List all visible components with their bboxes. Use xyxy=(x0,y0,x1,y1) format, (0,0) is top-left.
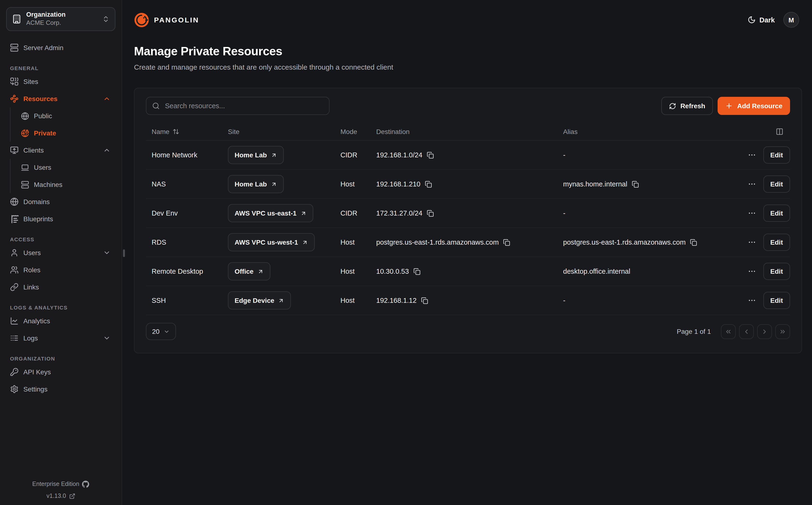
copy-icon[interactable] xyxy=(690,239,697,246)
copy-icon[interactable] xyxy=(413,268,420,275)
first-page-button[interactable] xyxy=(721,324,736,339)
sidebar-item-label: Private xyxy=(34,129,56,137)
row-menu-button[interactable] xyxy=(747,208,757,218)
site-link-button[interactable]: AWS VPC us-west-1 xyxy=(228,233,315,251)
users-icon xyxy=(10,266,19,274)
theme-toggle-label: Dark xyxy=(760,16,775,24)
row-menu-button[interactable] xyxy=(747,179,757,189)
arrow-up-right-icon xyxy=(257,268,263,275)
table-row: Dev Env AWS VPC us-east-1 CIDR 172.31.27… xyxy=(146,199,790,228)
row-menu-button[interactable] xyxy=(747,295,757,306)
previous-page-button[interactable] xyxy=(739,324,754,339)
copy-icon[interactable] xyxy=(425,180,432,188)
sidebar-item-label: Blueprints xyxy=(23,215,53,223)
sidebar-item-resources[interactable]: Resources xyxy=(6,90,116,107)
column-visibility-button[interactable] xyxy=(738,128,790,135)
sidebar-item-api-keys[interactable]: API Keys xyxy=(6,363,116,380)
sidebar-item-logs[interactable]: Logs xyxy=(6,330,116,347)
resource-mode: Host xyxy=(341,180,376,188)
server-icon xyxy=(21,180,29,189)
sidebar-item-machines[interactable]: Machines xyxy=(10,176,116,193)
table-row: NAS Home Lab Host 192.168.1.210 mynas.ho… xyxy=(146,170,790,199)
copy-icon[interactable] xyxy=(427,210,434,217)
sidebar-item-server-admin[interactable]: Server Admin xyxy=(6,39,116,56)
globe-icon xyxy=(21,112,29,120)
version-label: v1.13.0 xyxy=(46,493,66,499)
sidebar-item-clients[interactable]: Clients xyxy=(6,142,116,159)
search-box[interactable] xyxy=(146,97,330,115)
section-label-logs-analytics: LOGS & ANALYTICS xyxy=(6,305,116,310)
edit-button[interactable]: Edit xyxy=(763,146,790,164)
table-toolbar: Refresh Add Resource xyxy=(146,97,790,115)
column-header-site: Site xyxy=(228,128,341,135)
site-name: AWS VPC us-east-1 xyxy=(235,209,296,217)
resource-mode: Host xyxy=(341,297,376,304)
sidebar-item-domains[interactable]: Domains xyxy=(6,193,116,210)
copy-icon[interactable] xyxy=(631,180,639,188)
sidebar-item-analytics[interactable]: Analytics xyxy=(6,312,116,330)
site-link-button[interactable]: Home Lab xyxy=(228,175,283,193)
page-subtitle: Create and manage resources that are onl… xyxy=(134,63,799,71)
edition-label: Enterprise Edition xyxy=(32,481,79,487)
row-menu-button[interactable] xyxy=(747,150,757,160)
pangolin-logo-icon xyxy=(134,12,149,27)
site-link-button[interactable]: AWS VPC us-east-1 xyxy=(228,204,313,222)
sidebar-item-public[interactable]: Public xyxy=(10,107,116,125)
edit-button[interactable]: Edit xyxy=(763,175,790,193)
sidebar-item-private[interactable]: Private xyxy=(10,125,116,142)
chevron-down-icon xyxy=(103,249,111,257)
arrow-up-right-icon xyxy=(270,152,277,158)
edit-button[interactable]: Edit xyxy=(763,205,790,222)
edit-button[interactable]: Edit xyxy=(763,263,790,280)
sidebar-item-blueprints[interactable]: Blueprints xyxy=(6,210,116,227)
key-icon xyxy=(10,368,19,376)
edition-link[interactable]: Enterprise Edition xyxy=(0,481,122,488)
receipt-icon xyxy=(10,214,19,223)
ellipsis-icon xyxy=(747,238,756,246)
copy-icon[interactable] xyxy=(503,239,510,246)
sidebar: Organization ACME Corp. Server Admin GEN… xyxy=(0,0,122,505)
site-name: Office xyxy=(235,268,253,275)
sidebar-item-users[interactable]: Users xyxy=(6,244,116,261)
sidebar-item-settings[interactable]: Settings xyxy=(6,380,116,398)
theme-toggle[interactable]: Dark xyxy=(748,16,775,24)
user-avatar[interactable]: M xyxy=(783,12,799,28)
org-selector[interactable]: Organization ACME Corp. xyxy=(6,7,116,31)
next-page-button[interactable] xyxy=(757,324,772,339)
resource-destination: 172.31.27.0/24 xyxy=(376,209,422,217)
sidebar-item-label: Clients xyxy=(23,146,44,154)
site-link-button[interactable]: Home Lab xyxy=(228,146,283,164)
resource-destination: postgres.us-east-1.rds.amazonaws.com xyxy=(376,238,499,246)
sidebar-item-links[interactable]: Links xyxy=(6,279,116,296)
row-menu-button[interactable] xyxy=(747,266,757,277)
sidebar-item-label: Users xyxy=(23,249,41,257)
last-page-button[interactable] xyxy=(775,324,790,339)
site-link-button[interactable]: Office xyxy=(228,262,270,281)
search-input[interactable] xyxy=(164,102,323,110)
chevron-up-icon xyxy=(103,146,111,154)
column-header-name[interactable]: Name xyxy=(152,128,228,135)
monitor-up-icon xyxy=(10,146,19,155)
edit-button[interactable]: Edit xyxy=(763,292,790,309)
page-size-select[interactable]: 20 xyxy=(146,323,176,340)
copy-icon[interactable] xyxy=(427,151,434,159)
edit-button[interactable]: Edit xyxy=(763,234,790,251)
github-icon xyxy=(82,481,89,488)
sidebar-item-label: Server Admin xyxy=(23,44,63,51)
ellipsis-icon xyxy=(747,209,756,217)
sidebar-item-label: Analytics xyxy=(23,317,50,325)
add-resource-button[interactable]: Add Resource xyxy=(718,97,790,115)
chevrons-up-down-icon xyxy=(102,15,110,23)
row-menu-button[interactable] xyxy=(747,237,757,247)
copy-icon[interactable] xyxy=(421,297,428,304)
sidebar-item-client-users[interactable]: Users xyxy=(10,159,116,176)
version-link[interactable]: v1.13.0 xyxy=(0,493,122,499)
sidebar-item-sites[interactable]: Sites xyxy=(6,73,116,90)
sidebar-item-roles[interactable]: Roles xyxy=(6,261,116,279)
table-row: RDS AWS VPC us-west-1 Host postgres.us-e… xyxy=(146,228,790,257)
column-header-mode: Mode xyxy=(341,128,376,135)
resource-name: Dev Env xyxy=(152,209,228,217)
table-body: Home Network Home Lab CIDR 192.168.1.0/2… xyxy=(146,141,790,315)
refresh-button[interactable]: Refresh xyxy=(661,97,713,115)
site-link-button[interactable]: Edge Device xyxy=(228,291,291,310)
